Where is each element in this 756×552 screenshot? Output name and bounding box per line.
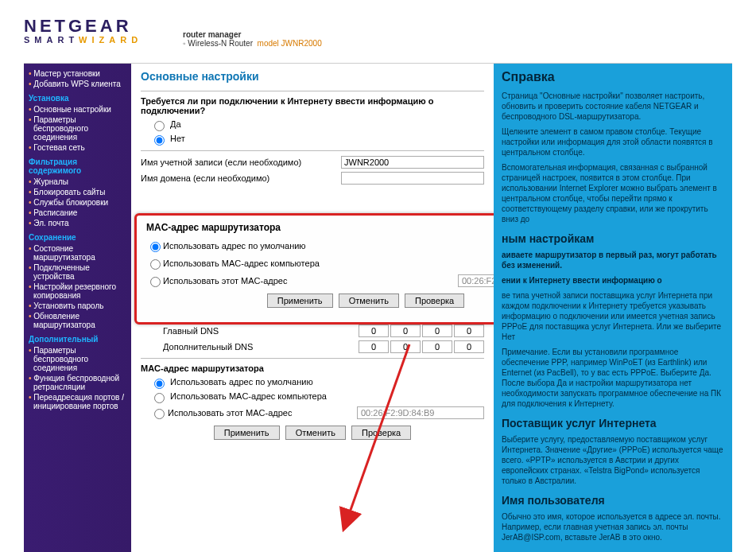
overlay-cancel-button[interactable]: Отменить [339,293,399,308]
mac-custom-label: Использовать этот MAC-адрес [168,408,357,418]
help-p8: Выберите услугу, предоставляемую поставщ… [502,434,724,486]
mac-computer-label: Использовать MAC-адрес компьютера [170,391,327,401]
sidebar-item-repeater[interactable]: Функция беспроводной ретрансляции [27,373,128,392]
help-p2: Щелкните элемент в самом правом столбце.… [502,126,724,157]
mac-custom-radio[interactable] [154,409,165,419]
sidebar-item-add-wps[interactable]: Добавить WPS клиента [27,79,128,89]
overlay-mac-input[interactable] [458,274,494,287]
overlay-apply-button[interactable]: Применить [267,293,333,308]
brand-text: NETGEAR [24,16,142,37]
login-no-radio[interactable] [154,135,165,146]
domain-name-label: Имя домена (если необходимо) [141,173,341,183]
secondary-dns-oct4[interactable] [454,340,484,353]
sidebar-item-logs[interactable]: Журналы [27,177,128,187]
account-name-input[interactable] [341,156,484,169]
help-p1: Страница "Основные настройки" позволяет … [502,91,724,122]
sidebar-item-router-upgrade[interactable]: Обновление маршрутизатора [27,311,128,330]
overlay-title: MAC-адрес маршрутизатора [146,222,494,233]
apply-button-bottom[interactable]: Применить [214,426,280,440]
button-bar-bottom: Применить Отменить Проверка [141,426,484,440]
overlay-mac-computer-label: Использовать MAC-адрес компьютера [163,259,494,268]
sidebar-item-block-services[interactable]: Службы блокировки [27,197,128,208]
router-info: router manager ◦ Wireless-N Router model… [183,30,322,48]
primary-dns-oct4[interactable] [454,325,484,337]
secondary-dns-oct3[interactable] [422,340,452,353]
sidebar-item-attached-devices[interactable]: Подключенные устройства [27,262,128,282]
primary-dns-oct1[interactable] [359,325,389,337]
help-title: Справка [502,70,724,84]
help-panel: Справка Страница "Основные настройки" по… [494,64,732,552]
help-p3: Вспомогательная информация, связанная с … [502,162,724,224]
sidebar-head-maintenance: Сохранение [29,233,128,242]
highlighted-mac-section: MAC-адрес маршрутизатора Использовать ад… [134,213,494,325]
annotation-arrow [330,340,425,539]
primary-dns-label: Главный DNS [163,326,359,336]
main-panel: Основные настройки Требуется ли при подк… [131,64,494,552]
overlay-mac-custom-label: Использовать этот MAC-адрес [163,276,458,286]
sidebar-item-set-password[interactable]: Установить пароль [27,301,128,311]
sidebar-item-backup-settings[interactable]: Настройки резервного копирования [27,282,128,301]
sidebar-item-basic-settings[interactable]: Основные настройки [27,104,128,115]
sidebar-item-port-forwarding[interactable]: Переадресация портов / инициирование пор… [27,392,128,411]
login-yes-label: Да [170,119,181,129]
help-p5: ении к Интернету ввести информацию о [502,275,724,286]
sidebar-item-guest-network[interactable]: Гостевая сеть [27,142,128,153]
help-sub-username: Имя пользователя [502,494,724,507]
overlay-button-bar: Применить Отменить Проверка [146,293,494,308]
sidebar-head-advanced: Дополнительный [29,335,128,344]
sidebar-item-email[interactable]: Эл. почта [27,218,128,228]
login-question: Требуется ли при подключении к Интернету… [141,96,484,115]
overlay-mac-custom-radio[interactable] [150,277,161,287]
overlay-mac-default-radio[interactable] [150,242,161,252]
help-sub-isp: Поставщик услуг Интернета [502,417,724,430]
smartwizard-text: SMARTWIZARD [24,35,142,45]
mac-default-radio[interactable] [154,379,165,389]
help-p6: ве типа учетной записи поставщика услуг … [502,290,724,342]
app-header: NETGEAR SMARTWIZARD router manager ◦ Wir… [24,16,732,64]
overlay-mac-computer-radio[interactable] [150,259,161,270]
sidebar-item-adv-wireless[interactable]: Параметры беспроводного соединения [27,345,128,373]
primary-dns-oct3[interactable] [422,325,452,337]
overlay-mac-default-label: Использовать адрес по умолчанию [163,241,494,251]
page-title: Основные настройки [141,70,484,83]
login-yes-radio[interactable] [154,121,165,131]
sidebar-item-setup-wizard[interactable]: Мастер установки [27,68,128,79]
sidebar-item-block-sites[interactable]: Блокировать сайты [27,187,128,197]
sidebar-item-router-status[interactable]: Состояние маршрутизатора [27,243,128,262]
primary-dns-oct2[interactable] [390,325,421,337]
help-p4: аиваете маршрутизатор в первый раз, могу… [502,250,724,270]
overlay-test-button[interactable]: Проверка [405,293,464,308]
sidebar: Мастер установки Добавить WPS клиента Ус… [24,64,131,552]
account-name-label: Имя учетной записи (если необходимо) [141,157,341,167]
sidebar-head-setup: Установка [29,94,128,103]
mac-default-label: Использовать адрес по умолчанию [170,377,313,387]
mac-section-title: MAC-адрес маршрутизатора [141,363,484,373]
help-p7: Примечание. Если вы установили программн… [502,347,724,409]
domain-name-input[interactable] [341,172,484,185]
sidebar-item-schedule[interactable]: Расписание [27,208,128,218]
help-p9: Обычно это имя, которое используется в а… [502,511,724,542]
help-sub-partial: ным настройкам [502,232,724,245]
logo: NETGEAR SMARTWIZARD [24,16,142,45]
sidebar-item-wireless-settings[interactable]: Параметры беспроводного соединения [27,115,128,142]
sidebar-head-filter: Фильтрация содержимого [29,157,128,175]
login-no-label: Нет [170,134,185,143]
mac-computer-radio[interactable] [154,393,165,403]
